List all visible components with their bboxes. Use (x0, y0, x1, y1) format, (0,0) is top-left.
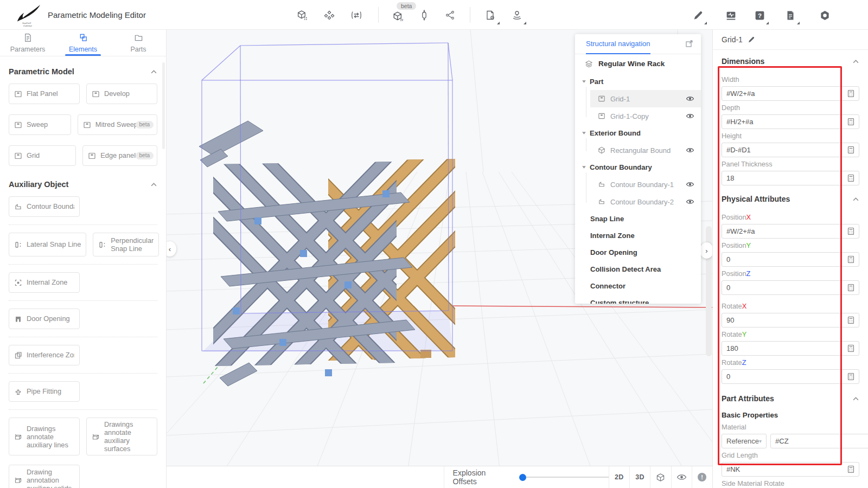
panel-thickness-input[interactable] (726, 174, 847, 182)
formula-calculator-icon[interactable] (847, 284, 854, 292)
internal-zone-button[interactable]: Internal Zone (9, 272, 80, 293)
door-opening-button[interactable]: Door Opening (9, 309, 80, 329)
formula-calculator-icon[interactable] (847, 255, 854, 264)
field-panel-thickness: Panel Thickness (713, 160, 868, 185)
formula-calculator-icon[interactable] (847, 174, 854, 182)
visibility-eye-icon[interactable] (686, 113, 694, 119)
position-y-input[interactable] (726, 255, 847, 264)
perpendicular-snap-line-button[interactable]: Perpendicular Snap Line (93, 233, 159, 256)
tab-parts[interactable]: Parts (111, 30, 166, 56)
tree-item-grid-1[interactable]: Grid-1 (590, 90, 701, 107)
view-3d-button[interactable]: 3D (629, 466, 650, 488)
section-part-attributes[interactable]: Part Attributes (713, 387, 868, 410)
sweep-button[interactable]: Sweep (9, 114, 71, 135)
height-input[interactable] (726, 146, 847, 154)
tree-group-contour-boundary[interactable]: Contour Boundary (575, 159, 701, 176)
pattern-array-icon[interactable] (323, 9, 336, 22)
visibility-eye-icon[interactable] (686, 147, 694, 153)
drawings-annotate-lines-button[interactable]: Drawings annotate auxiliary lines (9, 418, 80, 455)
tree-item-contour-boundary-2[interactable]: Contour Boundary-2 (590, 193, 701, 210)
width-input[interactable] (726, 89, 847, 98)
isometric-cube-button[interactable] (650, 466, 671, 488)
formula-calculator-icon[interactable] (847, 89, 854, 98)
develop-button[interactable]: Develop (86, 84, 157, 104)
grid-button[interactable]: Grid (9, 145, 76, 166)
tree-group-snap-line[interactable]: Snap Line (575, 210, 701, 227)
tree-group-exterior-bound[interactable]: Exterior Bound (575, 125, 701, 142)
interference-zone-button[interactable]: Interference Zone (9, 345, 80, 365)
tree-group-internal-zone[interactable]: Internal Zone (575, 227, 701, 244)
formula-calculator-icon[interactable] (847, 465, 854, 473)
formula-calculator-icon[interactable] (847, 344, 854, 352)
release-notes-icon[interactable] (784, 9, 797, 22)
section-auxiliary-object[interactable]: Auxiliary Object (9, 180, 157, 189)
node-graph-icon[interactable] (444, 9, 457, 22)
tree-root-regular-wine-rack[interactable]: Regular Wine Rack (575, 54, 701, 73)
material-value-input[interactable] (775, 437, 868, 445)
document-settings-icon[interactable] (484, 9, 497, 22)
tree-item-rectangular-bound[interactable]: Rectangular Bound (590, 142, 701, 159)
lateral-snap-line-button[interactable]: Lateral Snap Line (9, 233, 86, 256)
visibility-eye-icon[interactable] (686, 198, 694, 205)
panel-icon (88, 152, 96, 160)
formula-calculator-icon[interactable] (847, 227, 854, 235)
edit-pencil-icon[interactable] (691, 9, 704, 22)
tree-group-custom-structure[interactable]: Custom structure (575, 294, 701, 304)
drawing-annotation-solids-button[interactable]: Drawing annotation auxiliary solids (9, 465, 80, 488)
contour-boundary-button[interactable]: Contour Boundary (9, 196, 80, 217)
section-dimensions[interactable]: Dimensions (713, 50, 868, 73)
position-z-input[interactable] (726, 284, 847, 292)
view-2d-button[interactable]: 2D (609, 466, 629, 488)
model-library-icon[interactable] (296, 9, 309, 22)
field-position-z: PositionZ (713, 269, 868, 295)
tree-item-contour-boundary-1[interactable]: Contour Boundary-1 (590, 176, 701, 193)
visibility-toggle-button[interactable] (671, 466, 692, 488)
tree-group-part[interactable]: Part (575, 73, 701, 90)
field-rotate-z: RotateZ (713, 358, 868, 384)
activity-monitor-icon[interactable] (724, 9, 737, 22)
section-parametric-model[interactable]: Parametric Model (9, 67, 157, 76)
grid-length-input[interactable] (726, 465, 847, 473)
rotate-z-input[interactable] (726, 373, 847, 381)
section-physical-attributes[interactable]: Physical Attributes (713, 188, 868, 210)
depth-input[interactable] (726, 118, 847, 126)
tree-item-grid-1-copy[interactable]: Grid-1-Copy (590, 107, 701, 125)
collapse-right-panel-handle[interactable]: › (700, 242, 712, 259)
placement-globe-icon[interactable] (510, 9, 524, 22)
formula-calculator-icon[interactable] (847, 373, 854, 381)
sidebar-scrollbar[interactable] (162, 62, 165, 149)
tree-group-collision-detect-area[interactable]: Collision Detect Area (575, 261, 701, 278)
slider-track[interactable] (526, 477, 609, 478)
drawings-annotate-surfaces-button[interactable]: Drawings annotate auxiliary surfaces (86, 418, 157, 455)
pipe-fitting-button[interactable]: Pipe Fitting (9, 381, 80, 402)
swap-convert-icon[interactable] (350, 9, 363, 22)
tree-group-connector[interactable]: Connector (575, 278, 701, 294)
cube-formula-icon[interactable]: fx (392, 10, 405, 23)
formula-calculator-icon[interactable] (847, 146, 854, 154)
explosion-offsets-slider[interactable] (519, 466, 609, 488)
visibility-eye-icon[interactable] (686, 181, 694, 188)
link-constraint-icon[interactable] (418, 9, 431, 22)
formula-calculator-icon[interactable] (847, 118, 854, 126)
position-x-input[interactable] (726, 227, 847, 235)
slider-thumb[interactable] (519, 474, 526, 481)
tab-parameters[interactable]: Parameters (0, 30, 55, 56)
settings-nut-icon[interactable] (818, 9, 831, 22)
rename-pencil-icon[interactable] (748, 36, 755, 43)
help-icon[interactable]: ? (753, 9, 766, 22)
rotate-y-input[interactable] (726, 344, 847, 352)
flat-panel-button[interactable]: Flat Panel (9, 84, 80, 104)
edge-panel-button[interactable]: Edge panel beta (82, 145, 157, 166)
structural-navigation-tab[interactable]: Structural navigation (586, 34, 650, 54)
formula-calculator-icon[interactable] (847, 316, 854, 324)
viewport-3d[interactable]: Structural navigation Regular Wine Rack (167, 30, 712, 488)
visibility-eye-icon[interactable] (686, 95, 694, 102)
mitred-sweep-button[interactable]: Mitred Sweep beta (78, 114, 157, 135)
rotate-x-input[interactable] (726, 316, 847, 324)
tab-elements[interactable]: Elements (55, 30, 111, 56)
material-mode-select[interactable]: Reference ▾ (722, 434, 767, 448)
tree-group-door-opening[interactable]: Door Opening (575, 244, 701, 261)
expand-panel-icon[interactable] (685, 40, 694, 48)
warnings-button[interactable]: ! (692, 466, 712, 488)
contour-icon (598, 198, 606, 206)
